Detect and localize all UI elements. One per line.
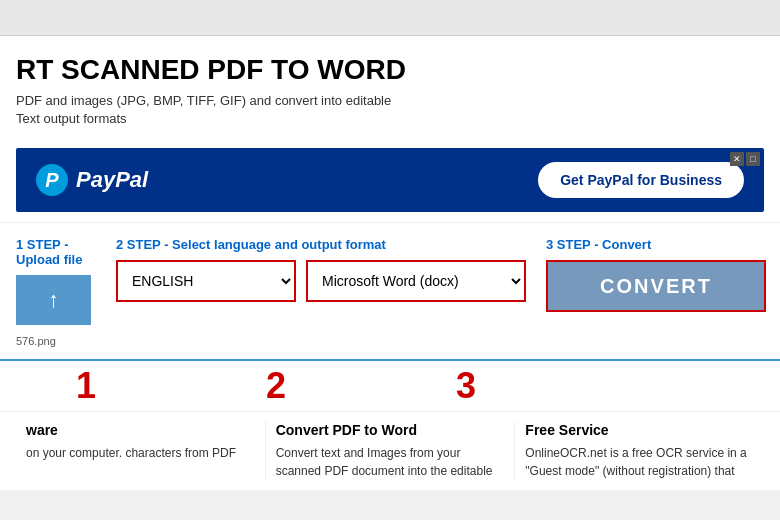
step1-label: 1 STEP - Upload file: [16, 237, 96, 267]
feature-title-2: Convert PDF to Word: [276, 422, 505, 438]
page-content: RT SCANNED PDF TO WORD PDF and images (J…: [0, 36, 780, 490]
upload-area[interactable]: ↑: [16, 275, 91, 325]
step-number-2: 2: [266, 365, 286, 407]
paypal-logo: P PayPal: [36, 164, 148, 196]
paypal-business-button[interactable]: Get PayPal for Business: [538, 162, 744, 198]
step2-controls: ENGLISH FRENCH GERMAN SPANISH ITALIAN Mi…: [116, 260, 526, 302]
subtitle-line1: PDF and images (JPG, BMP, TIFF, GIF) and…: [16, 93, 391, 108]
format-select[interactable]: Microsoft Word (docx) Microsoft Word (do…: [306, 260, 526, 302]
step-numbers-row: 1 2 3: [0, 359, 780, 411]
feature-title-1: ware: [26, 422, 255, 438]
header-section: RT SCANNED PDF TO WORD PDF and images (J…: [0, 36, 780, 138]
ad-close-x-button[interactable]: ✕: [730, 152, 744, 166]
step-number-3: 3: [456, 365, 476, 407]
and-text: and: [344, 446, 364, 460]
step3-label: 3 STEP - Convert: [546, 237, 766, 252]
step2-label: 2 STEP - Select language and output form…: [116, 237, 526, 252]
step-2-block: 2 STEP - Select language and output form…: [116, 237, 526, 302]
page-title: RT SCANNED PDF TO WORD: [16, 54, 764, 86]
step-1-block: 1 STEP - Upload file ↑ 576.png: [16, 237, 96, 347]
ad-close-area: ✕ □: [730, 152, 760, 166]
feature-text-1: on your computer. characters from PDF: [26, 444, 255, 462]
feature-title-3: Free Service: [525, 422, 754, 438]
convert-button[interactable]: CONVERT: [546, 260, 766, 312]
feature-col-1: ware on your computer. characters from P…: [16, 422, 266, 480]
feature-text-2: Convert text and Images from your scanne…: [276, 444, 505, 480]
file-name: 576.png: [16, 335, 96, 347]
features-section: ware on your computer. characters from P…: [0, 411, 780, 490]
browser-bar: [0, 0, 780, 36]
language-select[interactable]: ENGLISH FRENCH GERMAN SPANISH ITALIAN: [116, 260, 296, 302]
feature-col-3: Free Service OnlineOCR.net is a free OCR…: [515, 422, 764, 480]
steps-section: 1 STEP - Upload file ↑ 576.png 2 STEP - …: [0, 222, 780, 355]
subtitle-line2: Text output formats: [16, 111, 127, 126]
feature-col-2: Convert PDF to Word Convert text and Ima…: [266, 422, 516, 480]
ad-close-box-button[interactable]: □: [746, 152, 760, 166]
paypal-p-icon: P: [36, 164, 68, 196]
upload-icon: ↑: [48, 287, 59, 313]
feature-text-3: OnlineOCR.net is a free OCR service in a…: [525, 444, 754, 480]
step-3-block: 3 STEP - Convert CONVERT: [546, 237, 766, 312]
paypal-brand-text: PayPal: [76, 167, 148, 193]
page-subtitle: PDF and images (JPG, BMP, TIFF, GIF) and…: [16, 92, 764, 128]
ad-banner: ✕ □ P PayPal Get PayPal for Business: [16, 148, 764, 212]
step-number-1: 1: [76, 365, 96, 407]
